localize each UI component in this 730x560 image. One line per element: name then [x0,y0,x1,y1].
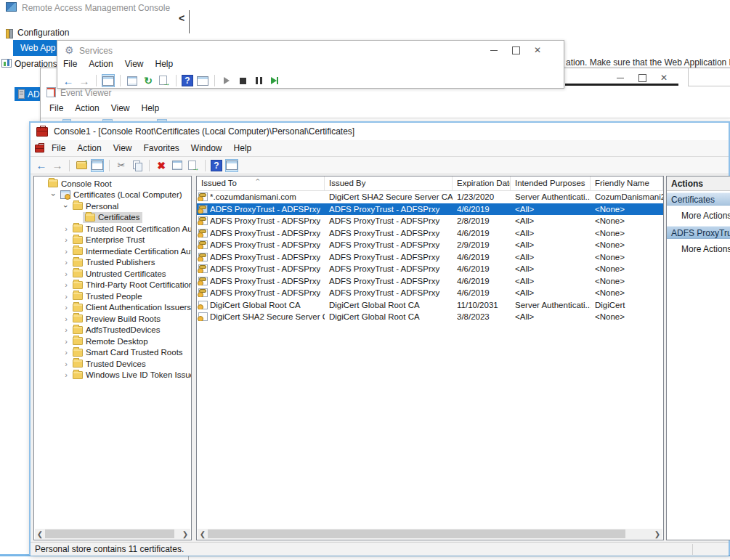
svc-menu-action[interactable]: Action [89,59,113,69]
certificate-row[interactable]: ADFS ProxyTrust - ADFSPrxyADFS ProxyTrus… [197,239,663,251]
chevron-collapsed-icon[interactable]: › [62,304,70,311]
show-action-pane-icon[interactable] [225,159,238,172]
minimize-button[interactable] [609,70,631,85]
chevron-collapsed-icon[interactable]: › [62,259,70,266]
chevron-expanded-icon[interactable]: › [50,190,57,199]
nav-configuration[interactable]: Configuration [17,28,105,38]
actions-group-header[interactable]: ADFS ProxyTrust - [667,226,730,239]
refresh-icon[interactable]: ↻ [142,74,155,87]
column-header-expiration-date[interactable]: Expiration Date [453,176,511,190]
ev-menu-file[interactable]: File [49,103,63,113]
step-icon[interactable] [268,74,281,87]
certificate-row[interactable]: ADFS ProxyTrust - ADFSPrxyADFS ProxyTrus… [197,263,663,275]
scroll-left-icon[interactable]: ❮ [198,529,208,539]
actions-group-header[interactable]: Certificates [667,192,730,206]
more-actions-item[interactable]: More Actions [667,208,730,222]
pause-icon[interactable] [252,74,265,87]
tree-horizontal-scrollbar[interactable]: ❮ ❯ [35,529,190,539]
close-button[interactable] [653,70,675,85]
tree-item[interactable]: ›Untrusted Certificates [34,268,191,280]
cut-icon[interactable]: ✂ [115,159,128,172]
back-icon[interactable]: ← [35,159,48,172]
column-header-issued-by[interactable]: Issued By [325,176,453,190]
certificate-row[interactable]: ADFS ProxyTrust - ADFSPrxyADFS ProxyTrus… [197,227,663,240]
tree-item[interactable]: ›Third-Party Root Certification Authorit… [34,280,191,291]
tree-item[interactable]: ›Intermediate Certification Authorities [34,245,191,257]
copy-icon[interactable] [131,159,144,172]
show-console-tree-icon[interactable] [91,159,104,172]
play-icon[interactable] [220,74,233,87]
certificate-row[interactable]: ADFS ProxyTrust - ADFSPrxyADFS ProxyTrus… [197,203,663,216]
chevron-collapsed-icon[interactable]: › [62,236,70,243]
console1-titlebar[interactable]: Console1 - [Console Root\Certificates (L… [31,123,729,140]
chevron-collapsed-icon[interactable]: › [62,225,70,232]
chevron-collapsed-icon[interactable]: › [62,315,70,322]
export-list-icon[interactable] [187,159,200,172]
chevron-collapsed-icon[interactable]: › [62,326,70,333]
tree-item[interactable]: ›Client Authentication Issuers [34,302,191,314]
ev-menu-action[interactable]: Action [75,103,99,113]
back-icon[interactable]: ← [62,74,75,87]
tree-item[interactable]: ›Windows Live ID Token Issuer [34,370,191,381]
chevron-collapsed-icon[interactable]: › [62,293,70,300]
tree-item[interactable]: Console Root [34,178,191,190]
maximize-button[interactable] [631,70,653,85]
column-header-intended-purposes[interactable]: Intended Purposes [511,176,591,190]
chevron-collapsed-icon[interactable]: › [62,360,70,368]
svc-menu-help[interactable]: Help [155,59,174,69]
properties-icon[interactable] [126,74,139,87]
export-list-icon[interactable] [158,74,171,87]
ev-menu-view[interactable]: View [111,103,130,113]
minimize-button[interactable] [483,43,505,57]
c1-menu-help[interactable]: Help [234,143,252,153]
certificate-row[interactable]: ADFS ProxyTrust - ADFSPrxyADFS ProxyTrus… [197,287,663,299]
chevron-collapsed-icon[interactable]: › [62,371,70,378]
certificate-row[interactable]: ADFS ProxyTrust - ADFSPrxyADFS ProxyTrus… [197,215,663,227]
scrollbar-thumb[interactable] [208,529,625,538]
properties-icon[interactable] [171,159,184,172]
tree-item[interactable]: ›Preview Build Roots [34,313,191,325]
chevron-collapsed-icon[interactable]: › [62,281,70,288]
window-icon[interactable] [196,74,209,87]
scroll-right-icon[interactable]: ❯ [652,529,662,539]
help-icon[interactable]: ? [211,160,222,171]
tree-item[interactable]: ›AdfsTrustedDevices [34,325,191,336]
c1-menu-action[interactable]: Action [77,143,101,153]
tree-item[interactable]: ›Trusted Devices [34,358,191,370]
tree-item[interactable]: ›Personal [34,200,191,212]
c1-menu-favorites[interactable]: Favorites [144,143,179,153]
chevron-collapsed-icon[interactable]: › [62,248,70,255]
tree-item[interactable]: ›Remote Desktop [34,336,191,347]
certificate-row[interactable]: ADFS ProxyTrust - ADFSPrxyADFS ProxyTrus… [197,275,663,288]
svc-menu-file[interactable]: File [63,59,77,69]
help-icon[interactable]: ? [182,75,193,86]
tree-item[interactable]: Certificates [34,212,191,224]
certificate-row[interactable]: DigiCert Global Root CADigiCert Global R… [197,299,663,312]
c1-menu-view[interactable]: View [113,143,132,153]
close-button[interactable] [527,43,548,57]
scrollbar-thumb[interactable] [45,529,174,538]
certificate-row[interactable]: DigiCert SHA2 Secure Server CADigiCert G… [197,311,663,323]
chevron-expanded-icon[interactable]: › [62,202,70,211]
scroll-left-icon[interactable]: ❮ [35,529,45,539]
tree-item[interactable]: ›Smart Card Trusted Roots [34,347,191,359]
forward-icon[interactable]: → [78,74,91,87]
stop-icon[interactable] [236,74,249,87]
tree-item[interactable]: ›Trusted Root Certification Authorities [34,223,191,235]
list-horizontal-scrollbar[interactable]: ❮ ❯ [198,529,662,539]
delete-icon[interactable]: ✖ [155,159,168,172]
up-folder-icon[interactable] [75,159,88,172]
c1-menu-file[interactable]: File [52,143,65,153]
certificate-row[interactable]: ADFS ProxyTrust - ADFSPrxyADFS ProxyTrus… [197,251,663,264]
chevron-collapsed-icon[interactable]: › [62,338,70,345]
ev-menu-help[interactable]: Help [142,103,160,113]
chevron-collapsed-icon[interactable]: › [62,270,70,277]
forward-icon[interactable]: → [51,159,64,172]
tree-item[interactable]: ›Trusted Publishers [34,257,191,269]
tree-item[interactable]: ›Certificates (Local Computer) [34,190,191,201]
scroll-right-icon[interactable]: ❯ [180,529,190,539]
more-actions-item[interactable]: More Actions [667,242,730,255]
tree-item[interactable]: ›Trusted People [34,291,191,302]
collapse-pane-button[interactable]: < [179,12,184,24]
chevron-collapsed-icon[interactable]: › [62,349,70,356]
